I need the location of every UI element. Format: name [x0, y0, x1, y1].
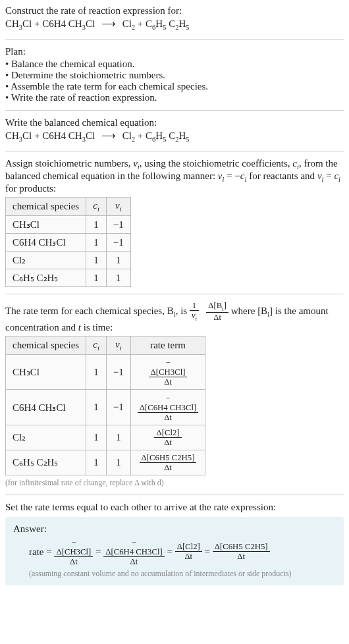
- rateterm-section: The rate term for each chemical species,…: [5, 301, 344, 495]
- eq-rhs1: Cl2: [122, 18, 135, 29]
- cell-ci: 1: [86, 216, 107, 234]
- answer-label: Answer:: [13, 523, 336, 535]
- frac-dBi-dt: Δ[Bi] Δt: [206, 301, 228, 322]
- col-rate: rate term: [130, 336, 205, 355]
- arrow-icon: ⟶: [97, 130, 120, 141]
- answer-equation: rate = Δ[CH3Cl]Δt = Δ[C6H4 CH3Cl]Δt = Δ[…: [13, 537, 336, 566]
- intro-equation: CH3Cl + C6H4 CH3Cl ⟶ Cl2 + C6H5 C2H5: [5, 18, 344, 31]
- plan-item: Determine the stoichiometric numbers.: [5, 70, 344, 81]
- balanced-equation: CH3Cl + C6H4 CH3Cl ⟶ Cl2 + C6H5 C2H5: [5, 130, 344, 143]
- rateterm-text: The rate term for each chemical species,…: [5, 301, 344, 333]
- table-row: Cl₂ 1 1: [6, 252, 131, 269]
- cell-species: C6H4 CH₃Cl: [6, 234, 86, 252]
- cell-rate: Δ[Cl2]Δt: [130, 425, 205, 450]
- assign-section: Assign stoichiometric numbers, νi, using…: [5, 158, 344, 294]
- cell-nui: −1: [106, 216, 130, 234]
- cell-nui: 1: [106, 252, 130, 269]
- balanced-section: Write the balanced chemical equation: CH…: [5, 117, 344, 151]
- answer-box: Answer: rate = Δ[CH3Cl]Δt = Δ[C6H4 CH3Cl…: [5, 517, 344, 585]
- col-ci: ci: [86, 198, 107, 216]
- table-row: C6H4 CH₃Cl 1 −1: [6, 234, 131, 252]
- rate-label: rate =: [29, 546, 54, 556]
- col-species: chemical species: [6, 198, 86, 216]
- cell-rate: Δ[C6H5 C2H5]Δt: [130, 450, 205, 475]
- table-row: C₆H₅ C₂H₅ 1 1 Δ[C6H5 C2H5]Δt: [6, 450, 205, 475]
- table-header-row: chemical species ci νi rate term: [6, 336, 205, 355]
- final-title: Set the rate terms equal to each other t…: [5, 502, 344, 513]
- plan-item: Assemble the rate term for each chemical…: [5, 81, 344, 92]
- plan-item: Write the rate of reaction expression.: [5, 92, 344, 103]
- eq-plus: +: [34, 18, 42, 29]
- assign-text: Assign stoichiometric numbers, νi, using…: [5, 158, 344, 194]
- rateterm-note: (for infinitesimal rate of change, repla…: [5, 478, 344, 488]
- table-header-row: chemical species ci νi: [6, 198, 131, 216]
- col-nui: νi: [106, 336, 130, 355]
- cell-species: C₆H₅ C₂H₅: [6, 269, 86, 287]
- table-row: CH₃Cl 1 −1: [6, 216, 131, 234]
- cell-ci: 1: [86, 234, 107, 252]
- cell-ci: 1: [86, 252, 107, 269]
- cell-nui: −1: [106, 234, 130, 252]
- cell-species: CH₃Cl: [6, 216, 86, 234]
- cell-ci: 1: [86, 269, 107, 287]
- plan-section: Plan: Balance the chemical equation. Det…: [5, 46, 344, 111]
- eq-plus: +: [138, 18, 146, 29]
- page: Construct the rate of reaction expressio…: [0, 0, 349, 593]
- intro-prompt: Construct the rate of reaction expressio…: [5, 5, 344, 16]
- plan-item: Balance the chemical equation.: [5, 59, 344, 70]
- plan-title: Plan:: [5, 46, 344, 57]
- final-section: Set the rate terms equal to each other t…: [5, 502, 344, 585]
- stoich-table: chemical species ci νi CH₃Cl 1 −1 C6H4 C…: [5, 197, 131, 287]
- intro-section: Construct the rate of reaction expressio…: [5, 5, 344, 40]
- table-row: C₆H₅ C₂H₅ 1 1: [6, 269, 131, 287]
- cell-species: Cl₂: [6, 252, 86, 269]
- arrow-icon: ⟶: [97, 18, 120, 29]
- table-row: C6H4 CH₃Cl 1 −1 Δ[C6H4 CH3Cl]Δt: [6, 390, 205, 425]
- balanced-title: Write the balanced chemical equation:: [5, 117, 344, 128]
- rate-table: chemical species ci νi rate term CH₃Cl 1…: [5, 336, 205, 475]
- col-species: chemical species: [6, 336, 86, 355]
- col-nui: νi: [106, 198, 130, 216]
- eq-lhs1: CH3Cl: [5, 18, 32, 29]
- plan-list: Balance the chemical equation. Determine…: [5, 59, 344, 103]
- cell-rate: Δ[C6H4 CH3Cl]Δt: [130, 390, 205, 425]
- cell-rate: Δ[CH3Cl]Δt: [130, 355, 205, 390]
- answer-note: (assuming constant volume and no accumul…: [13, 569, 336, 579]
- eq-rhs2: C6H5 C2H5: [146, 18, 189, 29]
- table-row: Cl₂ 1 1 Δ[Cl2]Δt: [6, 425, 205, 450]
- col-ci: ci: [86, 336, 107, 355]
- eq-lhs2: C6H4 CH3Cl: [42, 18, 95, 29]
- cell-nui: 1: [106, 269, 130, 287]
- table-row: CH₃Cl 1 −1 Δ[CH3Cl]Δt: [6, 355, 205, 390]
- frac-one-over-nu: 1 νi: [190, 301, 199, 322]
